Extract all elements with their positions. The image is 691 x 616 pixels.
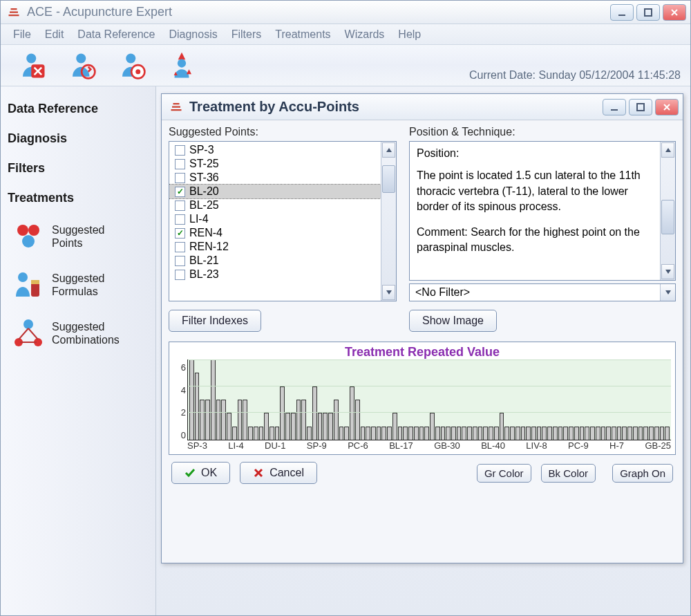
chart-bar — [553, 427, 558, 440]
toolbar-refresh-patient-button[interactable] — [57, 48, 107, 84]
checkbox[interactable] — [175, 145, 185, 156]
list-scrollbar[interactable] — [381, 142, 396, 301]
list-item[interactable]: ST-25 — [169, 157, 381, 171]
checkbox[interactable] — [175, 270, 185, 280]
menu-diagnosis[interactable]: Diagnosis — [162, 26, 224, 44]
toolbar-help-patient-button[interactable] — [107, 48, 157, 84]
checkbox[interactable] — [175, 256, 185, 266]
text-scrollbar[interactable] — [660, 142, 675, 280]
xtick-label: GB-30 — [434, 440, 460, 453]
chart-bar — [504, 427, 509, 440]
chart-bar — [259, 427, 264, 440]
suggested-points-list[interactable]: SP-3ST-25ST-36✓BL-20BL-25LI-4✓REN-4REN-1… — [169, 141, 397, 301]
bk-color-button[interactable]: Bk Color — [541, 464, 596, 483]
scroll-down-icon[interactable] — [382, 285, 395, 300]
menu-data-reference[interactable]: Data Reference — [70, 26, 162, 44]
toolbar-close-patient-button[interactable] — [8, 48, 57, 84]
chart-bar — [606, 427, 611, 440]
chart-bar — [238, 400, 243, 440]
points-icon — [12, 221, 44, 252]
sidebar-diagnosis[interactable]: Diagnosis — [8, 131, 149, 146]
chart-bar — [547, 427, 552, 440]
checkbox[interactable] — [175, 159, 185, 169]
menu-edit[interactable]: Edit — [38, 26, 71, 44]
ok-button[interactable]: OK — [171, 462, 230, 484]
list-item[interactable]: BL-21 — [169, 254, 381, 268]
child-minimize-button[interactable] — [603, 99, 626, 115]
chart-bar — [467, 427, 472, 440]
show-image-button[interactable]: Show Image — [409, 310, 497, 332]
svg-point-18 — [22, 235, 35, 248]
chart-title: Treatment Repeated Value — [173, 345, 671, 360]
chart-bar — [558, 427, 563, 440]
chart-bar — [596, 427, 600, 440]
chart-bar — [275, 427, 280, 440]
chart-bar — [200, 400, 205, 440]
menu-file[interactable]: File — [6, 26, 38, 44]
scroll-down-icon[interactable] — [661, 264, 674, 279]
chart-bar — [355, 400, 360, 440]
checkbox[interactable] — [175, 214, 185, 225]
chart-bar — [285, 413, 290, 440]
status-date: Current Date: Sunday 05/12/2004 11:45:28 — [469, 69, 681, 82]
gr-color-button[interactable]: Gr Color — [477, 464, 531, 483]
maximize-button[interactable] — [636, 4, 660, 21]
chevron-down-icon[interactable] — [660, 284, 675, 301]
checkbox[interactable]: ✓ — [175, 187, 185, 197]
sidebar: Data Reference Diagnosis Filters Treatme… — [1, 86, 156, 615]
chart-bar — [638, 427, 643, 440]
checkbox[interactable] — [175, 242, 185, 252]
cancel-button[interactable]: Cancel — [240, 462, 317, 484]
list-item[interactable]: ✓REN-4 — [169, 226, 381, 240]
close-button[interactable] — [663, 4, 686, 21]
checkbox[interactable]: ✓ — [175, 228, 185, 239]
chart-bar — [291, 413, 296, 440]
sidebar-data-reference[interactable]: Data Reference — [8, 102, 149, 116]
minimize-button[interactable] — [610, 4, 634, 21]
chart-bar — [392, 413, 397, 440]
sidebar-suggested-formulas[interactable]: SuggestedFormulas — [12, 269, 149, 301]
list-item[interactable]: REN-12 — [169, 240, 381, 254]
chart-bar — [617, 427, 622, 440]
sidebar-filters[interactable]: Filters — [8, 161, 149, 176]
list-item[interactable]: BL-25 — [169, 198, 381, 212]
graph-on-button[interactable]: Graph On — [612, 464, 673, 483]
scroll-up-icon[interactable] — [661, 142, 674, 158]
position-technique-text[interactable]: Position: The point is located 1.5 cun l… — [409, 141, 676, 281]
chart-bar — [483, 427, 488, 440]
xtick-label: LI-4 — [228, 440, 243, 453]
menu-help[interactable]: Help — [391, 26, 428, 44]
chart-bar — [478, 427, 483, 440]
client-area: Data Reference Diagnosis Filters Treatme… — [1, 86, 690, 615]
sidebar-suggested-points[interactable]: SuggestedPoints — [12, 221, 149, 252]
suggested-points-label: Suggested Points: — [169, 126, 397, 138]
list-item[interactable]: SP-3 — [169, 143, 381, 157]
list-item-label: LI-4 — [189, 213, 209, 225]
list-item[interactable]: BL-23 — [169, 268, 381, 281]
filter-indexes-button[interactable]: Filter Indexes — [169, 310, 261, 332]
chart-bar — [403, 427, 408, 440]
sidebar-suggested-combinations[interactable]: SuggestedCombinations — [12, 317, 149, 349]
list-item[interactable]: ST-36 — [169, 171, 381, 185]
menu-treatments[interactable]: Treatments — [268, 26, 337, 44]
child-maximize-button[interactable] — [629, 99, 652, 115]
chart-bar — [264, 413, 269, 440]
chart-bar — [254, 427, 258, 440]
chart-bar — [451, 427, 456, 440]
treatment-window: Treatment by Accu-Points Suggested Point… — [161, 93, 683, 563]
titlebar: ACE - Acupuncture Expert — [1, 1, 690, 24]
scroll-up-icon[interactable] — [382, 142, 395, 158]
menu-filters[interactable]: Filters — [225, 26, 269, 44]
child-close-button[interactable] — [655, 99, 679, 115]
toolbar-wizard-button[interactable] — [157, 48, 207, 84]
svg-point-17 — [28, 225, 39, 236]
menu-wizards[interactable]: Wizards — [338, 26, 392, 44]
sidebar-treatments[interactable]: Treatments — [8, 191, 149, 205]
chart-bar — [414, 427, 419, 440]
list-item[interactable]: LI-4 — [169, 212, 381, 226]
checkbox[interactable] — [175, 173, 185, 183]
checkbox[interactable] — [175, 200, 185, 211]
filter-select[interactable]: <No Filter> — [409, 283, 676, 301]
list-item[interactable]: ✓BL-20 — [169, 185, 381, 198]
xtick-label: SP-3 — [187, 440, 207, 453]
